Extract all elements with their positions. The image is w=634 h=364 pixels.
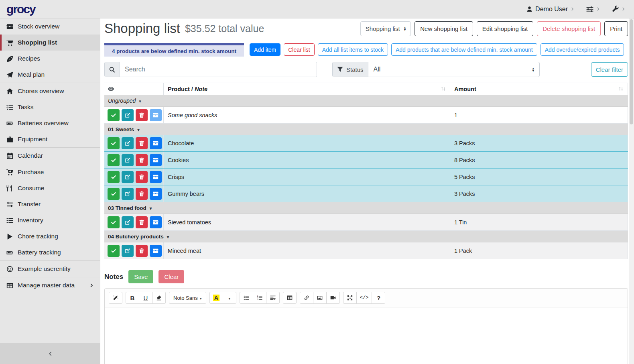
- add-to-stock-button[interactable]: [150, 109, 162, 121]
- code-view-button[interactable]: </>: [356, 292, 372, 304]
- text-color-button[interactable]: A: [209, 292, 223, 304]
- sidebar-item-batteries-overview[interactable]: Batteries overview: [0, 115, 100, 131]
- ordered-list-button[interactable]: [253, 292, 266, 304]
- add-to-stock-button[interactable]: [150, 245, 162, 257]
- edit-item-button[interactable]: [122, 171, 134, 183]
- amount-column-header[interactable]: Amount: [450, 83, 628, 95]
- add-all-to-stock-button[interactable]: Add all list items to stock: [318, 43, 388, 56]
- delete-item-button[interactable]: [136, 154, 148, 166]
- insert-image-button[interactable]: [313, 292, 327, 304]
- group-header-sweets[interactable]: 01 Sweets: [104, 124, 628, 135]
- sidebar-item-stock-overview[interactable]: Stock overview: [0, 18, 100, 35]
- sidebar-item-meal-plan[interactable]: Meal plan: [0, 67, 100, 83]
- sidebar-item-purchase[interactable]: Purchase: [0, 164, 100, 180]
- sidebar-item-consume[interactable]: Consume: [0, 180, 100, 196]
- edit-shopping-list-button[interactable]: Edit shopping list: [477, 21, 533, 36]
- unordered-list-button[interactable]: [240, 292, 253, 304]
- notes-edit-area[interactable]: [105, 307, 628, 364]
- product-column-header[interactable]: Product / Note: [164, 83, 450, 95]
- delete-item-button[interactable]: [136, 188, 148, 200]
- shopping-list-select[interactable]: Shopping list: [360, 21, 411, 36]
- fullscreen-button[interactable]: [343, 292, 357, 304]
- help-button[interactable]: ?: [372, 292, 385, 304]
- insert-link-button[interactable]: [300, 292, 313, 304]
- mark-done-button[interactable]: [108, 245, 120, 257]
- clear-list-button[interactable]: Clear list: [284, 43, 314, 56]
- item-amount: 8 Packs: [450, 152, 628, 168]
- admin-menu[interactable]: [612, 6, 626, 12]
- sidebar-item-battery-tracking[interactable]: Battery tracking: [0, 244, 100, 260]
- delete-shopping-list-button[interactable]: Delete shopping list: [537, 21, 601, 36]
- chevron-right-icon: [622, 7, 626, 11]
- add-to-stock-button[interactable]: [150, 216, 162, 228]
- edit-item-button[interactable]: [122, 216, 134, 228]
- underline-button[interactable]: U: [139, 292, 152, 304]
- wrench-icon: [612, 6, 619, 12]
- add-item-button[interactable]: Add item: [250, 43, 280, 56]
- add-to-stock-button[interactable]: [150, 188, 162, 200]
- sidebar-item-inventory[interactable]: Inventory: [0, 212, 100, 228]
- settings-menu[interactable]: [586, 6, 601, 13]
- status-filter-addon: Status: [333, 62, 368, 77]
- sidebar-item-example-userentity[interactable]: Example userentity: [0, 261, 100, 277]
- sidebar-item-equipment[interactable]: Equipment: [0, 131, 100, 147]
- sidebar-item-calendar[interactable]: Calendar: [0, 148, 100, 164]
- sidebar-item-chore-tracking[interactable]: Chore tracking: [0, 228, 100, 244]
- new-shopping-list-button[interactable]: New shopping list: [415, 21, 473, 36]
- group-header-ungrouped[interactable]: Ungrouped: [104, 95, 628, 107]
- add-to-stock-button[interactable]: [150, 154, 162, 166]
- delete-item-button[interactable]: [136, 171, 148, 183]
- mark-done-button[interactable]: [108, 188, 120, 200]
- delete-item-button[interactable]: [136, 216, 148, 228]
- delete-item-button[interactable]: [136, 137, 148, 149]
- sidebar-collapse-button[interactable]: [0, 343, 100, 364]
- sidebar-item-recipes[interactable]: Recipes: [0, 51, 100, 67]
- delete-item-button[interactable]: [136, 109, 148, 121]
- status-filter-select[interactable]: All: [368, 62, 539, 77]
- clear-formatting-button[interactable]: [152, 292, 166, 304]
- edit-item-button[interactable]: [122, 137, 134, 149]
- sidebar-item-manage-master-data[interactable]: Manage master data: [0, 277, 100, 293]
- delete-item-button[interactable]: [136, 245, 148, 257]
- sidebar-item-shopping-list[interactable]: Shopping list: [0, 35, 100, 51]
- edit-item-button[interactable]: [122, 188, 134, 200]
- notes-clear-button[interactable]: Clear: [158, 270, 184, 283]
- scrollbar-thumb[interactable]: [630, 19, 633, 124]
- clear-filter-button[interactable]: Clear filter: [591, 62, 628, 77]
- color-dropdown-button[interactable]: [223, 292, 236, 304]
- item-amount: 1 Tin: [450, 214, 628, 230]
- search-input[interactable]: [120, 62, 317, 77]
- exchange-arrows-icon: [6, 201, 13, 208]
- insert-video-button[interactable]: [326, 292, 340, 304]
- user-menu[interactable]: Demo User: [526, 6, 575, 13]
- add-to-stock-button[interactable]: [150, 171, 162, 183]
- add-below-min-button[interactable]: Add products that are below defined min.…: [391, 43, 537, 56]
- sidebar-item-transfer[interactable]: Transfer: [0, 196, 100, 212]
- sidebar-item-tasks[interactable]: Tasks: [0, 99, 100, 115]
- sidebar-item-chores-overview[interactable]: Chores overview: [0, 83, 100, 99]
- item-amount: 3 Packs: [450, 185, 628, 202]
- insert-table-button[interactable]: [283, 292, 297, 304]
- edit-item-button[interactable]: [122, 154, 134, 166]
- mark-done-button[interactable]: [108, 171, 120, 183]
- below-min-stock-alert[interactable]: 4 products are below defined min. stock …: [104, 43, 244, 57]
- paragraph-align-button[interactable]: [266, 292, 280, 304]
- group-header-tinned-food[interactable]: 03 Tinned food: [104, 202, 628, 214]
- table-icon: [287, 295, 293, 301]
- font-family-dropdown[interactable]: Noto Sans: [169, 292, 206, 304]
- add-to-stock-button[interactable]: [150, 137, 162, 149]
- print-button[interactable]: Print: [604, 21, 628, 36]
- group-header-butchery-products[interactable]: 04 Butchery products: [104, 231, 628, 242]
- edit-item-button[interactable]: [122, 109, 134, 121]
- mark-done-button[interactable]: [108, 154, 120, 166]
- mark-done-button[interactable]: [108, 216, 120, 228]
- magic-style-button[interactable]: [109, 292, 122, 304]
- mark-done-button[interactable]: [108, 137, 120, 149]
- bold-button[interactable]: B: [126, 292, 139, 304]
- add-overdue-button[interactable]: Add overdue/expired products: [541, 43, 624, 56]
- grocy-logo[interactable]: grocy: [6, 2, 35, 16]
- vertical-scrollbar[interactable]: [629, 18, 634, 364]
- edit-item-button[interactable]: [122, 245, 134, 257]
- mark-done-button[interactable]: [108, 109, 120, 121]
- notes-save-button[interactable]: Save: [128, 270, 153, 283]
